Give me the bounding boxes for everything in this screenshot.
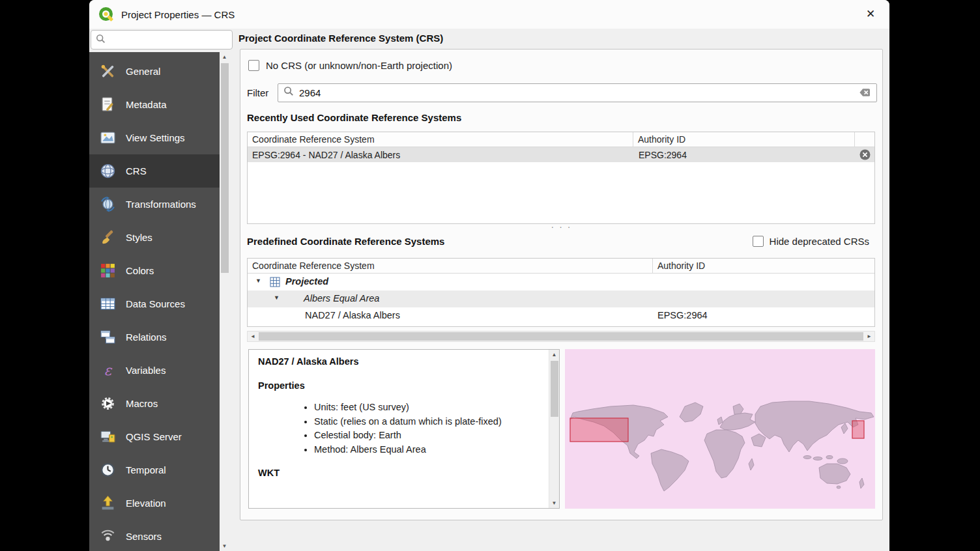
sidebar-item-colors[interactable]: Colors <box>89 254 220 287</box>
sidebar-item-label: QGIS Server <box>126 431 182 442</box>
crs-icon <box>99 163 116 180</box>
metadata-icon <box>99 96 116 113</box>
sidebar-item-label: Sensors <box>126 531 162 542</box>
sidebar-item-label: CRS <box>126 165 147 177</box>
column-header-authority[interactable]: Authority ID <box>653 259 874 273</box>
sidebar-item-crs[interactable]: CRS <box>89 154 220 188</box>
sidebar-item-variables[interactable]: ε Variables <box>89 354 220 387</box>
macros-icon <box>99 395 116 412</box>
recent-crs-row[interactable]: EPSG:2964 - NAD27 / Alaska Albers EPSG:2… <box>248 147 874 162</box>
close-icon[interactable]: ✕ <box>861 5 880 24</box>
tree-crs-name: NAD27 / Alaska Albers <box>305 310 400 320</box>
splitter-handle-icon[interactable]: · · · <box>240 223 882 231</box>
sidebar-item-label: View Settings <box>126 132 185 143</box>
clear-filter-icon[interactable] <box>859 87 871 98</box>
scroll-up-icon[interactable]: ▲ <box>220 52 229 62</box>
scroll-right-icon[interactable]: ► <box>864 332 874 341</box>
sidebar-item-view-settings[interactable]: View Settings <box>89 121 220 154</box>
filter-input[interactable] <box>299 87 854 98</box>
recent-crs-authority: EPSG:2964 <box>633 150 855 160</box>
colors-icon <box>99 262 116 279</box>
no-crs-option: No CRS (or unknown/non-Earth projection) <box>248 60 452 71</box>
scroll-down-icon[interactable]: ▼ <box>549 498 559 508</box>
tree-crs-row[interactable]: NAD27 / Alaska Albers EPSG:2964 <box>248 307 874 324</box>
scroll-down-icon[interactable]: ▼ <box>220 541 229 551</box>
sidebar-scrollbar-thumb[interactable] <box>221 63 229 273</box>
sidebar-item-label: Relations <box>126 332 167 343</box>
project-properties-dialog: Project Properties — CRS ✕ General <box>89 0 889 551</box>
column-header-crs[interactable]: Coordinate Reference System <box>248 132 633 147</box>
column-header-blank <box>855 132 874 147</box>
tree-group-label: Projected <box>285 276 328 287</box>
sidebar-item-label: Variables <box>126 365 166 376</box>
recent-table-header: Coordinate Reference System Authority ID <box>248 132 874 147</box>
transformations-icon <box>99 196 116 213</box>
sidebar-item-label: Styles <box>126 232 152 243</box>
sidebar-scrollbar[interactable]: ▲ ▼ <box>220 52 229 551</box>
no-crs-checkbox[interactable] <box>248 60 259 71</box>
chevron-down-icon[interactable]: ▼ <box>274 294 280 301</box>
tree-subgroup-label: Albers Equal Area <box>304 293 379 304</box>
sidebar-item-label: Elevation <box>126 498 166 509</box>
sidebar-item-metadata[interactable]: Metadata <box>89 88 220 121</box>
details-scrollbar-thumb[interactable] <box>551 361 558 417</box>
sidebar-item-transformations[interactable]: Transformations <box>89 188 220 221</box>
horizontal-scrollbar[interactable]: ◄ ► <box>247 331 875 342</box>
sidebar-search <box>91 30 233 49</box>
sidebar-item-relations[interactable]: Relations <box>89 320 220 354</box>
filter-label: Filter <box>247 87 278 98</box>
qgis-server-icon <box>99 429 116 445</box>
styles-icon <box>99 229 116 246</box>
wkt-code: PROJCRS["NAD27 / Alaska Albers", BASEGEO… <box>258 481 549 508</box>
hide-deprecated-option: Hide deprecated CRSs <box>753 236 869 247</box>
crs-extent-map <box>565 349 875 509</box>
sidebar-item-label: Macros <box>126 398 158 409</box>
sidebar-item-styles[interactable]: Styles <box>89 221 220 254</box>
predefined-table-header: Coordinate Reference System Authority ID <box>248 259 874 274</box>
titlebar: Project Properties — CRS ✕ <box>89 0 889 29</box>
crs-details-panel: NAD27 / Alaska Albers Properties Units: … <box>248 349 560 509</box>
predefined-header-row: Predefined Coordinate Reference Systems … <box>240 236 882 249</box>
property-item: Method: Albers Equal Area <box>314 443 549 457</box>
crs-details-content: NAD27 / Alaska Albers Properties Units: … <box>249 350 549 508</box>
sidebar-item-general[interactable]: General <box>89 55 220 88</box>
tree-crs-authority: EPSG:2964 <box>657 310 708 320</box>
sidebar-item-macros[interactable]: Macros <box>89 387 220 420</box>
desktop-background: Project Properties — CRS ✕ General <box>0 0 980 551</box>
details-title: NAD27 / Alaska Albers <box>258 356 549 367</box>
chevron-down-icon[interactable]: ▼ <box>255 277 261 284</box>
variables-icon: ε <box>99 362 116 379</box>
properties-list: Units: feet (US survey) Static (relies o… <box>258 401 549 457</box>
sensors-icon <box>99 528 116 545</box>
crs-settings-frame: No CRS (or unknown/non-Earth projection)… <box>240 49 883 520</box>
property-item: Units: feet (US survey) <box>314 401 549 415</box>
sidebar-item-data-sources[interactable]: Data Sources <box>89 287 220 320</box>
hide-deprecated-label: Hide deprecated CRSs <box>770 236 869 247</box>
scroll-up-icon[interactable]: ▲ <box>549 350 559 360</box>
column-header-crs[interactable]: Coordinate Reference System <box>248 259 653 273</box>
details-scrollbar[interactable]: ▲ ▼ <box>549 350 559 508</box>
predefined-crs-table: Coordinate Reference System Authority ID… <box>247 258 875 327</box>
hide-deprecated-checkbox[interactable] <box>753 236 764 247</box>
sidebar-item-qgis-server[interactable]: QGIS Server <box>89 420 220 453</box>
tree-subgroup-albers[interactable]: ▼ Albers Equal Area <box>248 290 874 307</box>
sidebar-search-input[interactable] <box>109 35 227 45</box>
search-icon <box>283 86 294 99</box>
horizontal-scrollbar-thumb[interactable] <box>259 332 863 341</box>
projected-grid-icon <box>270 277 280 287</box>
filter-row: Filter <box>247 83 877 102</box>
svg-text:ε: ε <box>104 362 112 378</box>
recent-crs-title: Recently Used Coordinate Reference Syste… <box>247 112 461 123</box>
sidebar-item-temporal[interactable]: Temporal <box>89 453 220 487</box>
remove-crs-icon[interactable] <box>859 149 871 160</box>
scroll-left-icon[interactable]: ◄ <box>248 332 258 341</box>
sidebar-item-elevation[interactable]: Elevation <box>89 487 220 520</box>
sidebar-item-sensors[interactable]: Sensors <box>89 520 220 551</box>
qgis-logo-icon <box>98 7 114 22</box>
column-header-authority[interactable]: Authority ID <box>633 132 855 147</box>
filter-field <box>278 83 877 102</box>
recent-crs-name: EPSG:2964 - NAD27 / Alaska Albers <box>248 150 633 160</box>
tree-group-projected[interactable]: ▼ Projected <box>248 274 874 290</box>
wkt-line: PROJCRS["NAD27 / Alaska Albers", <box>281 506 549 508</box>
page-title: Project Coordinate Reference System (CRS… <box>238 33 443 44</box>
